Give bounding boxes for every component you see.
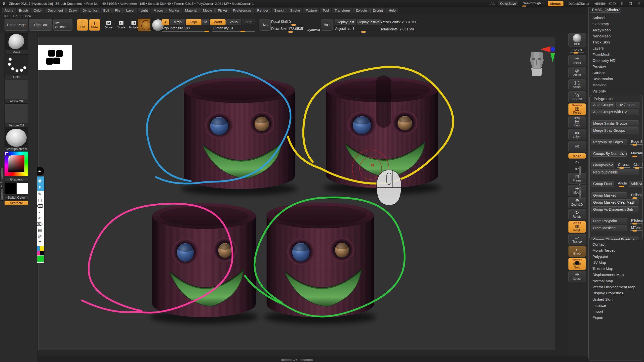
angle-slider[interactable]: Angle <box>617 181 627 186</box>
uv-groups-button[interactable]: Uv Groups <box>616 102 639 108</box>
menu-item[interactable]: Stencil <box>272 8 287 13</box>
menu-item[interactable]: Zplugin <box>353 8 369 13</box>
menu-item[interactable]: Texture <box>303 8 319 13</box>
tray-selector-alpha-off[interactable]: Alpha Off <box>5 80 28 104</box>
group-masked-button[interactable]: Group Masked <box>591 192 627 198</box>
menu-item[interactable]: Light <box>138 8 150 13</box>
left-tray-open-arrow[interactable]: ▸ <box>1 181 2 184</box>
coverage-slider[interactable]: Covera <box>617 162 630 168</box>
move-button[interactable]: MMove <box>103 19 115 31</box>
size-dot-icon[interactable]: ● <box>36 209 43 215</box>
menu-item[interactable]: Dynamics <box>80 8 100 13</box>
draw-button[interactable]: ✛Draw <box>89 19 100 31</box>
merge-stray-groups-button[interactable]: Merge Stray Groups <box>591 127 639 133</box>
auto-groups-with-uv-button[interactable]: Auto Groups With UV <box>591 109 639 115</box>
shelf-zoom-button[interactable]: ◎Zoom <box>568 67 586 78</box>
menu-item[interactable]: Edit <box>101 8 111 13</box>
tool-section-item[interactable]: Layers <box>589 45 643 51</box>
color-swatch[interactable] <box>40 246 44 251</box>
shelf-persp-button[interactable]: Dynamic▦Persp <box>568 103 586 115</box>
rgb-toggle[interactable]: Rgb <box>186 19 202 25</box>
menu-item[interactable]: Movie <box>200 8 215 13</box>
shelf-actual-button[interactable]: 1:1Actual <box>568 79 586 90</box>
regroup-by-edges-button[interactable]: Regroup By Edges <box>591 139 627 145</box>
tool-section-item[interactable]: FiberMesh <box>589 52 643 58</box>
tool-section-item[interactable]: Export <box>589 315 643 321</box>
additive-toggle[interactable]: Additive <box>629 181 642 187</box>
group-front-button[interactable]: Group Front <box>591 181 614 187</box>
paint-a-toggle[interactable]: A <box>162 19 169 25</box>
tool-section-item[interactable]: Visibility <box>589 88 643 94</box>
shelf-move-button[interactable]: ✛Move <box>568 185 586 196</box>
right-tray-divider[interactable] <box>579 166 581 178</box>
color-swatch[interactable] <box>40 251 44 256</box>
menu-item[interactable]: Color <box>31 8 44 13</box>
menu-item[interactable]: Stroke <box>288 8 302 13</box>
groups-changed-points-button[interactable]: Groups Changed Points <box>591 237 639 240</box>
from-masking-button[interactable]: From Masking <box>591 225 627 231</box>
paint-tolerance-slider[interactable]: PTolera <box>630 218 643 223</box>
minimize-button[interactable]: ⇩ <box>619 2 625 6</box>
menu-item[interactable]: Tool <box>320 8 331 13</box>
restore-button[interactable]: ❐ <box>627 2 633 6</box>
polish-groups-slider[interactable]: PolishG <box>630 192 643 198</box>
shelf-bpr-button[interactable]: BPR <box>568 33 586 47</box>
eraser-icon[interactable]: ⌫ <box>36 203 43 209</box>
menu-item[interactable]: Help <box>386 8 398 13</box>
tool-section-item[interactable]: Polypaint <box>589 254 643 260</box>
shelf-floor-button[interactable]: x y z▤Floor <box>568 116 586 128</box>
switch-color-button[interactable]: SwitchColor <box>5 195 28 200</box>
lightbox-button[interactable]: LightBox <box>29 19 52 31</box>
menu-item[interactable]: Picker <box>215 8 230 13</box>
shelf-polyf-button[interactable]: Line Fill▦PolyF <box>568 221 586 233</box>
edge-smoothness-slider[interactable]: Edge Se <box>630 139 643 145</box>
right-tray-close-arrow[interactable]: ◂ <box>579 183 580 186</box>
tool-section-item[interactable]: Contact <box>589 241 643 247</box>
from-polypaint-button[interactable]: From Polypaint <box>591 218 627 224</box>
polygroups-header[interactable]: Polygroups <box>591 96 642 101</box>
shelf-xyz-button[interactable]: ↺XYZ <box>568 153 586 159</box>
menu-item[interactable]: Zscript <box>370 8 386 13</box>
tray-selector-dots[interactable]: Dots <box>5 55 28 79</box>
zadd-toggle[interactable]: Zadd <box>210 19 226 25</box>
left-tray-divider[interactable] <box>1 168 3 180</box>
main-color-swatch[interactable] <box>5 183 16 194</box>
spix-slider[interactable] <box>570 52 584 53</box>
secondary-color-swatch[interactable] <box>17 183 28 194</box>
shape-icon[interactable]: ▢ <box>36 197 43 203</box>
shelf-solo-button[interactable]: DynamicSolo <box>568 258 586 270</box>
left-tray-close-arrow[interactable]: ◂ <box>1 185 2 187</box>
tool-section-item[interactable]: ArrayMesh <box>589 27 643 33</box>
menu-item[interactable]: File <box>112 8 123 13</box>
edit-button[interactable]: ⬚Edit <box>77 19 88 31</box>
z-intensity-slider[interactable]: Z Intensity 51 <box>212 26 255 32</box>
replay-last-rel-button[interactable]: ReplayLastRel <box>357 19 381 25</box>
merge-similar-groups-button[interactable]: Merge Similar Groups <box>591 120 639 126</box>
rgb-intensity-slider[interactable]: Rgb Intensity 100 <box>162 26 209 32</box>
draw-mode-selector[interactable]: ↻D <box>321 19 333 31</box>
shelf-scroll-button[interactable]: ✛Scroll <box>568 55 586 66</box>
trash-icon[interactable]: ⌦ <box>36 221 43 227</box>
group-visible-button[interactable]: GroupVisible <box>591 162 614 168</box>
menus-button[interactable]: Menus <box>548 1 564 6</box>
menu-item[interactable]: Marker <box>166 8 182 13</box>
see-through-handle[interactable] <box>522 6 526 7</box>
tray-selector-move[interactable]: Move <box>5 33 28 55</box>
clipboard-icon[interactable]: ≡ <box>36 239 43 245</box>
bottom-tray-divider[interactable] <box>280 359 292 361</box>
document-thumbnail[interactable] <box>38 45 72 70</box>
sculpt-canvas[interactable] <box>38 37 554 350</box>
live-boolean-button[interactable]: Live Boolean <box>53 19 72 31</box>
camera-icon[interactable]: ◎ <box>36 233 43 239</box>
tool-section-item[interactable]: Displacement Map <box>589 272 643 278</box>
menu-item[interactable]: Document <box>45 8 66 13</box>
regroup-visible-button[interactable]: ReGroupVisible <box>591 169 639 175</box>
group-masked-clear-mask-button[interactable]: Group Masked Clear Mask <box>591 199 639 205</box>
auto-groups-button[interactable]: Auto Groups <box>591 102 615 108</box>
gradient-label[interactable]: Gradient <box>5 177 28 182</box>
menu-item[interactable]: Transform <box>332 8 352 13</box>
replay-last-button[interactable]: ReplayLast <box>335 19 356 25</box>
shelf-y-button[interactable]: ↺Y <box>568 160 586 165</box>
shelf-frame-button[interactable]: ⊡Frame <box>568 173 586 184</box>
max-angle-slider[interactable]: MaxAng <box>630 151 643 156</box>
